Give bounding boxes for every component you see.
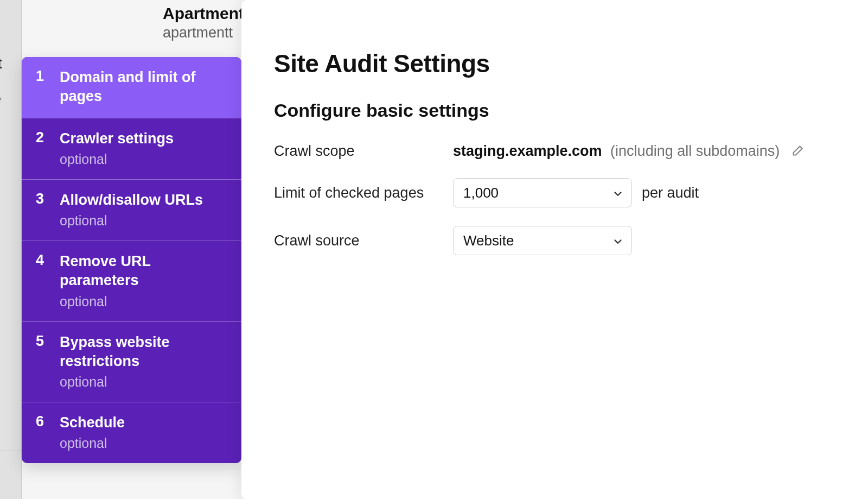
- crawl-source-value: Website: [463, 232, 514, 249]
- limit-pages-suffix: per audit: [642, 185, 699, 201]
- wizard-step-label: Bypass website restrictions: [60, 333, 227, 371]
- chevron-down-icon: [612, 235, 624, 247]
- settings-panel: Site Audit Settings Configure basic sett…: [241, 0, 868, 499]
- wizard-step-label: Remove URL parameters: [60, 252, 227, 290]
- crawl-scope-domain: staging.example.com: [453, 143, 602, 159]
- panel-subtitle: Configure basic settings: [274, 100, 835, 121]
- row-limit-pages: Limit of checked pages 1,000 per audit: [274, 178, 835, 207]
- wizard-step-optional: optional: [60, 294, 227, 309]
- background-project-domain: apartmentt: [163, 24, 233, 41]
- background-left-fragments: nt olat cke ket tio: [0, 11, 2, 403]
- wizard-step-label: Crawler settings: [60, 129, 174, 148]
- wizard-step-domain-limit[interactable]: 1 Domain and limit of pages: [22, 57, 241, 118]
- wizard-step-crawler-settings[interactable]: 2 Crawler settings optional: [22, 118, 241, 179]
- chevron-down-icon: [612, 187, 624, 199]
- wizard-step-number: 3: [36, 191, 60, 207]
- limit-pages-select[interactable]: 1,000: [453, 178, 632, 207]
- wizard-step-number: 1: [36, 68, 60, 85]
- settings-form: Crawl scope staging.example.com (includi…: [274, 143, 835, 255]
- wizard-step-label: Schedule: [60, 413, 125, 432]
- panel-title: Site Audit Settings: [274, 49, 835, 78]
- row-crawl-source: Crawl source Website: [274, 226, 835, 255]
- pencil-icon[interactable]: [789, 144, 805, 159]
- wizard-step-optional: optional: [60, 374, 227, 390]
- wizard-step-remove-params[interactable]: 4 Remove URL parameters optional: [22, 241, 241, 321]
- wizard-step-number: 6: [36, 413, 60, 430]
- wizard-step-optional: optional: [60, 151, 174, 167]
- label-limit-pages: Limit of checked pages: [274, 185, 453, 201]
- row-crawl-scope: Crawl scope staging.example.com (includi…: [274, 143, 835, 160]
- wizard-step-number: 5: [36, 333, 60, 350]
- wizard-step-number: 4: [36, 252, 60, 269]
- limit-pages-value: 1,000: [463, 185, 499, 201]
- crawl-scope-note: (including all subdomains): [610, 143, 780, 159]
- wizard-step-schedule[interactable]: 6 Schedule optional: [22, 402, 241, 463]
- label-crawl-source: Crawl source: [274, 232, 453, 249]
- wizard-step-optional: optional: [60, 435, 125, 451]
- wizard-step-bypass-restrictions[interactable]: 5 Bypass website restrictions optional: [22, 321, 241, 402]
- wizard-steps: 1 Domain and limit of pages 2 Crawler se…: [22, 57, 241, 463]
- wizard-step-number: 2: [36, 129, 60, 146]
- wizard-step-label: Domain and limit of pages: [60, 68, 227, 106]
- wizard-step-label: Allow/disallow URLs: [60, 191, 203, 210]
- wizard-step-optional: optional: [60, 213, 203, 229]
- background-project-title: Apartment: [163, 4, 244, 23]
- label-crawl-scope: Crawl scope: [274, 143, 453, 160]
- crawl-source-select[interactable]: Website: [453, 226, 632, 255]
- wizard-step-allow-disallow[interactable]: 3 Allow/disallow URLs optional: [22, 179, 241, 241]
